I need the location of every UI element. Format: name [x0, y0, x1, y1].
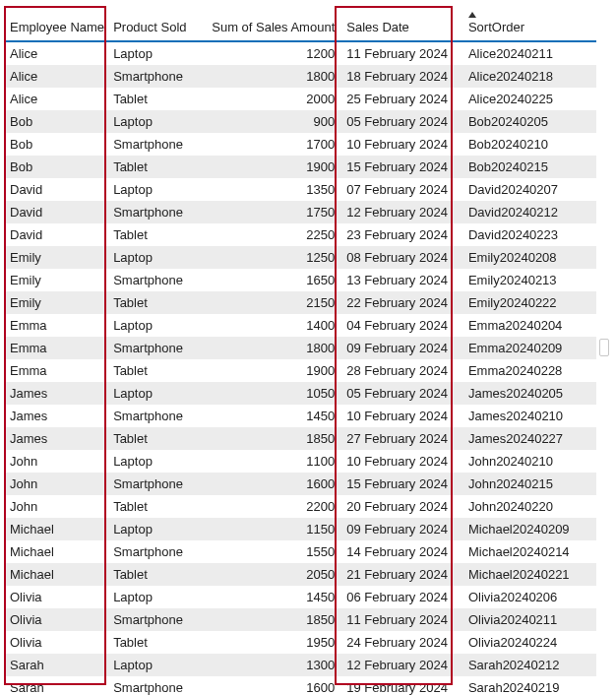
- cell-sortorder: David20240212: [464, 201, 596, 223]
- table-row[interactable]: BobSmartphone170010 February 2024Bob2024…: [6, 133, 596, 156]
- table-row[interactable]: EmilySmartphone165013 February 2024Emily…: [6, 269, 596, 291]
- table-row[interactable]: MichaelSmartphone155014 February 2024Mic…: [6, 540, 596, 563]
- sales-table[interactable]: Employee Name Product Sold Sum of Sales …: [6, 6, 596, 695]
- table-row[interactable]: EmilyTablet215022 February 2024Emily2024…: [6, 291, 596, 314]
- cell-amount: 1750: [201, 201, 342, 223]
- table-row[interactable]: SarahSmartphone160019 February 2024Sarah…: [6, 676, 596, 695]
- cell-sortorder: Emily20240222: [464, 291, 596, 314]
- cell-product: Smartphone: [109, 269, 201, 291]
- cell-amount: 1200: [201, 41, 342, 65]
- cell-product: Laptop: [109, 654, 201, 676]
- cell-product: Tablet: [109, 631, 201, 654]
- table-row[interactable]: OliviaSmartphone185011 February 2024Oliv…: [6, 608, 596, 631]
- cell-amount: 1950: [201, 631, 342, 654]
- cell-employee: Emma: [6, 337, 109, 359]
- table-row[interactable]: JamesLaptop105005 February 2024James2024…: [6, 382, 596, 405]
- cell-product: Smartphone: [109, 65, 201, 88]
- table-row[interactable]: MichaelTablet205021 February 2024Michael…: [6, 563, 596, 586]
- cell-sortorder: David20240223: [464, 223, 596, 246]
- table-row[interactable]: JohnSmartphone160015 February 2024John20…: [6, 473, 596, 495]
- cell-product: Tablet: [109, 291, 201, 314]
- col-header-product[interactable]: Product Sold: [109, 6, 201, 41]
- table-row[interactable]: OliviaLaptop145006 February 2024Olivia20…: [6, 586, 596, 608]
- table-row[interactable]: SarahLaptop130012 February 2024Sarah2024…: [6, 654, 596, 676]
- col-header-sortorder[interactable]: SortOrder: [464, 6, 596, 41]
- cell-sortorder: Emma20240228: [464, 359, 596, 382]
- cell-employee: Sarah: [6, 654, 109, 676]
- table-row[interactable]: OliviaTablet195024 February 2024Olivia20…: [6, 631, 596, 654]
- cell-employee: Alice: [6, 41, 109, 65]
- cell-date: 14 February 2024: [342, 540, 464, 563]
- cell-date: 05 February 2024: [342, 110, 464, 133]
- table-row[interactable]: JohnLaptop110010 February 2024John202402…: [6, 450, 596, 473]
- cell-employee: David: [6, 223, 109, 246]
- cell-date: 25 February 2024: [342, 88, 464, 110]
- table-row[interactable]: AliceSmartphone180018 February 2024Alice…: [6, 65, 596, 88]
- cell-date: 15 February 2024: [342, 156, 464, 178]
- cell-product: Laptop: [109, 246, 201, 269]
- table-row[interactable]: JohnTablet220020 February 2024John202402…: [6, 495, 596, 518]
- table-row[interactable]: EmmaTablet190028 February 2024Emma202402…: [6, 359, 596, 382]
- table-row[interactable]: EmilyLaptop125008 February 2024Emily2024…: [6, 246, 596, 269]
- cell-date: 12 February 2024: [342, 201, 464, 223]
- cell-employee: Michael: [6, 518, 109, 540]
- cell-date: 24 February 2024: [342, 631, 464, 654]
- cell-date: 23 February 2024: [342, 223, 464, 246]
- cell-sortorder: Emily20240213: [464, 269, 596, 291]
- cell-employee: James: [6, 405, 109, 427]
- cell-employee: Sarah: [6, 676, 109, 695]
- cell-sortorder: Michael20240221: [464, 563, 596, 586]
- cell-sortorder: John20240215: [464, 473, 596, 495]
- col-header-date[interactable]: Sales Date: [342, 6, 464, 41]
- table-row[interactable]: DavidSmartphone175012 February 2024David…: [6, 201, 596, 223]
- table-row[interactable]: BobTablet190015 February 2024Bob20240215: [6, 156, 596, 178]
- cell-amount: 2150: [201, 291, 342, 314]
- cell-amount: 1900: [201, 156, 342, 178]
- cell-amount: 2000: [201, 88, 342, 110]
- table-row[interactable]: JamesSmartphone145010 February 2024James…: [6, 405, 596, 427]
- cell-product: Smartphone: [109, 201, 201, 223]
- table-row[interactable]: EmmaSmartphone180009 February 2024Emma20…: [6, 337, 596, 359]
- table-row[interactable]: AliceTablet200025 February 2024Alice2024…: [6, 88, 596, 110]
- cell-sortorder: Alice20240225: [464, 88, 596, 110]
- col-header-employee[interactable]: Employee Name: [6, 6, 109, 41]
- cell-product: Tablet: [109, 359, 201, 382]
- table-row[interactable]: BobLaptop90005 February 2024Bob20240205: [6, 110, 596, 133]
- cell-amount: 1250: [201, 246, 342, 269]
- cell-date: 27 February 2024: [342, 427, 464, 450]
- cell-product: Smartphone: [109, 405, 201, 427]
- cell-sortorder: Emma20240209: [464, 337, 596, 359]
- table-row[interactable]: AliceLaptop120011 February 2024Alice2024…: [6, 41, 596, 65]
- table-row[interactable]: JamesTablet185027 February 2024James2024…: [6, 427, 596, 450]
- cell-employee: David: [6, 201, 109, 223]
- cell-product: Laptop: [109, 314, 201, 337]
- cell-product: Laptop: [109, 450, 201, 473]
- cell-sortorder: Emily20240208: [464, 246, 596, 269]
- cell-sortorder: Emma20240204: [464, 314, 596, 337]
- cell-amount: 1700: [201, 133, 342, 156]
- cell-amount: 2250: [201, 223, 342, 246]
- cell-product: Laptop: [109, 586, 201, 608]
- cell-amount: 2200: [201, 495, 342, 518]
- cell-employee: Michael: [6, 563, 109, 586]
- table-row[interactable]: DavidTablet225023 February 2024David2024…: [6, 223, 596, 246]
- table-row[interactable]: EmmaLaptop140004 February 2024Emma202402…: [6, 314, 596, 337]
- cell-date: 20 February 2024: [342, 495, 464, 518]
- table-row[interactable]: MichaelLaptop115009 February 2024Michael…: [6, 518, 596, 540]
- visual-resize-handle[interactable]: [599, 339, 609, 356]
- cell-employee: Olivia: [6, 586, 109, 608]
- cell-sortorder: Olivia20240224: [464, 631, 596, 654]
- cell-amount: 900: [201, 110, 342, 133]
- cell-product: Tablet: [109, 495, 201, 518]
- cell-amount: 1450: [201, 586, 342, 608]
- cell-product: Laptop: [109, 178, 201, 201]
- cell-product: Smartphone: [109, 540, 201, 563]
- cell-employee: John: [6, 450, 109, 473]
- cell-date: 12 February 2024: [342, 654, 464, 676]
- table-row[interactable]: DavidLaptop135007 February 2024David2024…: [6, 178, 596, 201]
- cell-sortorder: John20240210: [464, 450, 596, 473]
- cell-sortorder: James20240227: [464, 427, 596, 450]
- cell-date: 10 February 2024: [342, 450, 464, 473]
- col-header-amount[interactable]: Sum of Sales Amount: [201, 6, 342, 41]
- cell-date: 28 February 2024: [342, 359, 464, 382]
